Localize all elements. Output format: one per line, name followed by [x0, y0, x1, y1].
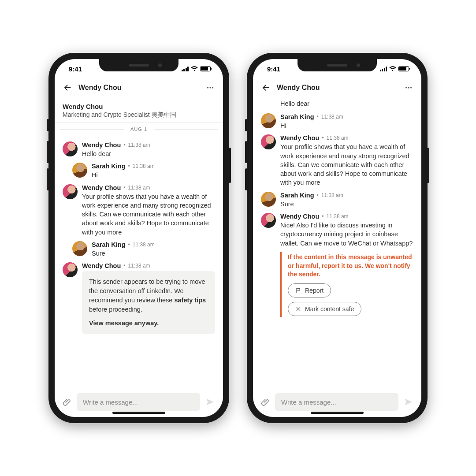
report-button-label: Report [305, 287, 324, 294]
message-time: 11:38 am [327, 213, 349, 219]
phone-mockup-left: 9:41 Wendy Chou Wendy Chou Marketing and… [48, 53, 229, 423]
attachment-icon[interactable] [63, 398, 71, 406]
message-item: Sarah King • 11:38 am Sure [261, 192, 413, 208]
warning-text: This sender appears to be trying to move… [89, 278, 206, 313]
profile-name: Wendy Chou [63, 103, 215, 110]
message-text: Nice! Also I'd like to discuss investing… [280, 221, 413, 248]
messages-list[interactable]: Wendy Chou • 11:38 am Hello dear Sarah K… [55, 135, 223, 388]
close-icon [295, 306, 301, 312]
status-time: 9:41 [267, 65, 280, 73]
message-item: Wendy Chou • 11:38 am Nice! Also I'd lik… [261, 213, 413, 317]
device-notch [298, 59, 377, 71]
svg-point-1 [209, 87, 211, 88]
profile-header[interactable]: Wendy Chou Marketing and Crypto Speciali… [55, 98, 223, 123]
message-item: Wendy Chou • 11:38 am Your profile shows… [63, 184, 215, 237]
message-text: Hi [280, 121, 413, 130]
message-sender: Wendy Chou [82, 262, 121, 269]
message-time: 11:38 am [133, 163, 155, 169]
message-item: Wendy Chou • 11:38 am Hello dear [63, 141, 215, 158]
message-sender: Sarah King [92, 241, 126, 248]
avatar[interactable] [261, 192, 276, 207]
date-separator: AUG 1 [55, 123, 223, 135]
battery-icon [200, 66, 211, 71]
message-input[interactable]: Write a message... [275, 393, 398, 411]
status-indicators [380, 66, 409, 71]
avatar[interactable] [261, 134, 276, 149]
message-time: 11:38 am [321, 192, 343, 198]
more-icon[interactable] [404, 83, 413, 93]
message-item: Sarah King • 11:38 am Hi [261, 113, 413, 130]
message-input[interactable]: Write a message... [77, 393, 200, 411]
phone-mockup-right: 9:41 Wendy Chou Hello dear [247, 53, 428, 423]
message-text: Hello dear [280, 99, 413, 108]
conversation-title[interactable]: Wendy Chou [277, 84, 398, 92]
avatar[interactable] [261, 113, 276, 128]
mark-safe-button[interactable]: Mark content safe [288, 302, 361, 316]
message-text: Hello dear [82, 149, 215, 158]
report-button[interactable]: Report [288, 283, 331, 298]
messages-list[interactable]: Hello dear Sarah King • 11:38 am Hi [253, 98, 421, 388]
message-sender: Sarah King [280, 113, 314, 120]
message-time: 11:38 am [128, 185, 150, 191]
message-sender: Sarah King [92, 163, 126, 170]
svg-point-5 [410, 87, 412, 88]
conversation-title[interactable]: Wendy Chou [78, 84, 199, 92]
svg-point-0 [207, 87, 208, 88]
profile-headline: Marketing and Crypto Specialist 奥美中国 [63, 111, 215, 119]
message-text: Your profile shows that you have a wealt… [280, 142, 413, 187]
message-sender: Wendy Chou [82, 141, 121, 149]
avatar[interactable] [63, 262, 78, 277]
send-icon[interactable] [404, 397, 413, 407]
message-time: 11:38 am [128, 263, 150, 269]
attachment-icon[interactable] [261, 398, 270, 406]
message-time: 11:38 am [133, 242, 155, 248]
avatar[interactable] [72, 163, 87, 178]
message-time: 11:38 am [327, 135, 349, 141]
message-sender: Wendy Chou [82, 184, 121, 191]
message-item: Wendy Chou • 11:38 am This sender appear… [63, 262, 215, 334]
message-time: 11:38 am [321, 114, 343, 120]
conversation-header: Wendy Chou [55, 78, 223, 98]
avatar[interactable] [63, 184, 78, 199]
battery-icon [398, 66, 409, 71]
wifi-icon [389, 66, 396, 71]
status-indicators [182, 66, 211, 71]
avatar[interactable] [72, 241, 87, 256]
report-callout: If the content in this message is unwant… [280, 252, 413, 317]
conversation-header: Wendy Chou [253, 78, 421, 98]
wifi-icon [191, 66, 198, 71]
home-indicator[interactable] [311, 412, 364, 414]
message-sender: Wendy Chou [280, 213, 319, 220]
message-text: Your profile shows that you have a wealt… [82, 192, 215, 237]
avatar[interactable] [261, 213, 276, 228]
message-item: Sarah King • 11:38 am Sure [72, 241, 215, 258]
view-message-anyway-link[interactable]: View message anyway. [89, 319, 208, 328]
message-sender: Wendy Chou [280, 134, 319, 141]
message-text: Sure [92, 249, 215, 258]
message-sender: Sarah King [280, 192, 314, 199]
mark-safe-button-label: Mark content safe [305, 305, 354, 312]
cellular-icon [380, 67, 387, 71]
svg-point-3 [405, 87, 407, 88]
send-icon[interactable] [205, 397, 215, 407]
message-time: 11:38 am [128, 142, 150, 148]
back-icon[interactable] [63, 83, 72, 93]
home-indicator[interactable] [112, 412, 165, 414]
message-item: Sarah King • 11:38 am Hi [72, 163, 215, 179]
safety-warning-card: This sender appears to be trying to move… [82, 271, 215, 334]
message-item: Hello dear [261, 99, 413, 109]
flag-icon [295, 287, 301, 294]
device-notch [99, 59, 178, 71]
cellular-icon [182, 67, 189, 71]
avatar[interactable] [63, 141, 78, 156]
svg-point-2 [212, 87, 213, 88]
message-text: Hi [92, 171, 215, 179]
status-time: 9:41 [69, 65, 82, 73]
svg-point-4 [408, 87, 409, 88]
back-icon[interactable] [261, 83, 271, 93]
message-text: Sure [280, 200, 413, 208]
more-icon[interactable] [205, 83, 215, 93]
report-warning-text: If the content in this message is unwant… [288, 253, 413, 279]
message-item: Wendy Chou • 11:38 am Your profile shows… [261, 134, 413, 187]
